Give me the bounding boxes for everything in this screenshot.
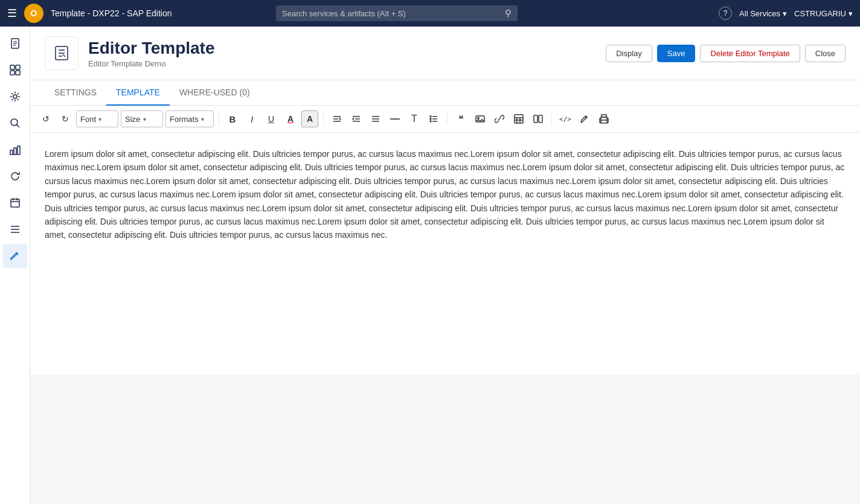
svg-point-32 <box>430 116 431 117</box>
link-button[interactable] <box>491 110 508 127</box>
svg-rect-46 <box>539 115 542 123</box>
formats-selector[interactable]: Formats ▾ <box>165 110 214 127</box>
display-button[interactable]: Display <box>606 45 652 62</box>
indent-left-button[interactable] <box>329 110 345 127</box>
sidebar-item-dashboard[interactable] <box>3 58 27 82</box>
sidebar-item-list[interactable] <box>3 217 27 241</box>
sidebar-item-extensions[interactable] <box>3 85 27 109</box>
calendar-icon <box>9 197 21 209</box>
toolbar-sep-4 <box>551 113 552 125</box>
page-subtitle: Editor Template Demo <box>88 59 215 68</box>
align-button[interactable] <box>367 110 384 127</box>
delete-button[interactable]: Delete Editor Template <box>700 45 800 62</box>
text-style-button[interactable]: T <box>406 110 423 127</box>
svg-rect-11 <box>10 150 13 155</box>
code-button[interactable]: </> <box>557 110 574 127</box>
close-button[interactable]: Close <box>805 45 846 62</box>
user-chevron-icon: ▾ <box>849 9 853 18</box>
search-input[interactable] <box>282 9 500 18</box>
italic-button[interactable]: I <box>243 110 260 127</box>
sidebar-item-data[interactable] <box>3 138 27 162</box>
svg-rect-48 <box>601 120 607 123</box>
sidebar-item-refresh[interactable] <box>3 164 27 188</box>
sidebar-item-document[interactable] <box>3 31 27 56</box>
edit-icon <box>9 250 21 262</box>
svg-rect-6 <box>10 71 14 75</box>
font-selector[interactable]: Font ▾ <box>76 110 118 127</box>
search-bar[interactable]: ⚲ <box>276 5 518 21</box>
main-content: Editor Template Editor Template Demo Dis… <box>30 27 860 504</box>
editor-content: Lorem ipsum dolor sit amet, consectetur … <box>45 147 846 242</box>
tab-where-used[interactable]: WHERE-USED (0) <box>170 80 260 106</box>
dashboard-icon <box>9 64 21 76</box>
svg-rect-5 <box>16 65 20 69</box>
list-icon <box>9 223 21 235</box>
image-button[interactable] <box>472 110 489 127</box>
columns-button[interactable] <box>530 110 547 127</box>
user-menu[interactable]: CSTRUGARIU ▾ <box>794 9 853 18</box>
sidebar <box>0 27 30 504</box>
sidebar-item-calendar[interactable] <box>3 191 27 215</box>
size-chevron-icon: ▾ <box>143 116 159 123</box>
right-actions: ? All Services ▾ CSTRUGARIU ▾ <box>719 7 853 20</box>
svg-rect-13 <box>18 146 20 155</box>
app-layout: Editor Template Editor Template Demo Dis… <box>0 27 860 504</box>
search-sidebar-icon <box>9 117 21 129</box>
editor-toolbar: ↺ ↻ Font ▾ Size ▾ Formats ▾ <box>30 106 860 133</box>
indent-right-button[interactable] <box>348 110 365 127</box>
font-chevron-icon: ▾ <box>98 116 114 123</box>
quote-button[interactable]: ❝ <box>452 110 469 127</box>
font-color-button[interactable]: A <box>282 110 299 127</box>
all-services-dropdown[interactable]: All Services ▾ <box>739 9 787 18</box>
editor-container: ↺ ↻ Font ▾ Size ▾ Formats ▾ <box>30 106 860 374</box>
svg-rect-12 <box>14 148 16 155</box>
top-navigation: ☰ O Template - DXP22 - SAP Edition ⚲ ? A… <box>0 0 860 27</box>
svg-line-10 <box>16 125 19 128</box>
redo-button[interactable]: ↻ <box>57 110 74 127</box>
underline-button[interactable]: U <box>263 110 280 127</box>
svg-rect-49 <box>602 115 606 117</box>
editor-template-icon <box>53 45 70 62</box>
save-button[interactable]: Save <box>657 45 696 62</box>
hamburger-menu[interactable]: ☰ <box>7 7 17 20</box>
table-button[interactable] <box>510 110 527 127</box>
size-selector[interactable]: Size ▾ <box>121 110 163 127</box>
data-icon <box>9 144 21 156</box>
highlight-button[interactable]: A <box>301 110 318 127</box>
hr-button[interactable]: — <box>387 110 403 127</box>
document-icon <box>9 37 21 49</box>
app-title: Template - DXP22 - SAP Edition <box>51 8 172 18</box>
svg-point-36 <box>430 121 431 122</box>
refresh-icon <box>9 170 21 182</box>
eraser-button[interactable] <box>576 110 593 127</box>
page-title: Editor Template <box>88 38 215 59</box>
page-icon <box>45 36 79 70</box>
print-button[interactable] <box>595 110 612 127</box>
page-title-block: Editor Template Editor Template Demo <box>88 38 215 69</box>
tabs-container: SETTINGS TEMPLATE WHERE-USED (0) <box>30 80 860 106</box>
svg-point-34 <box>430 118 431 120</box>
sidebar-item-edit[interactable] <box>3 244 27 268</box>
svg-rect-14 <box>11 199 19 207</box>
editor-text-area[interactable]: Lorem ipsum dolor sit amet, consectetur … <box>30 133 860 374</box>
tab-settings[interactable]: SETTINGS <box>45 80 106 106</box>
search-icon: ⚲ <box>505 8 512 19</box>
svg-point-39 <box>478 117 479 118</box>
svg-rect-40 <box>515 115 523 123</box>
svg-rect-7 <box>16 71 20 75</box>
brand-icon: O <box>24 4 43 23</box>
help-icon[interactable]: ? <box>719 7 732 20</box>
undo-button[interactable]: ↺ <box>37 110 54 127</box>
tab-template[interactable]: TEMPLATE <box>106 80 170 106</box>
toolbar-sep-2 <box>323 113 324 125</box>
svg-point-9 <box>11 119 18 126</box>
page-header: Editor Template Editor Template Demo Dis… <box>30 27 860 80</box>
formats-chevron-icon: ▾ <box>201 116 210 123</box>
svg-rect-45 <box>534 115 538 123</box>
toolbar-sep-3 <box>447 113 448 125</box>
bold-button[interactable]: B <box>224 110 241 127</box>
list-button[interactable] <box>425 110 442 127</box>
sidebar-item-search[interactable] <box>3 111 27 135</box>
svg-point-8 <box>13 95 17 98</box>
all-services-chevron-icon: ▾ <box>783 9 787 18</box>
